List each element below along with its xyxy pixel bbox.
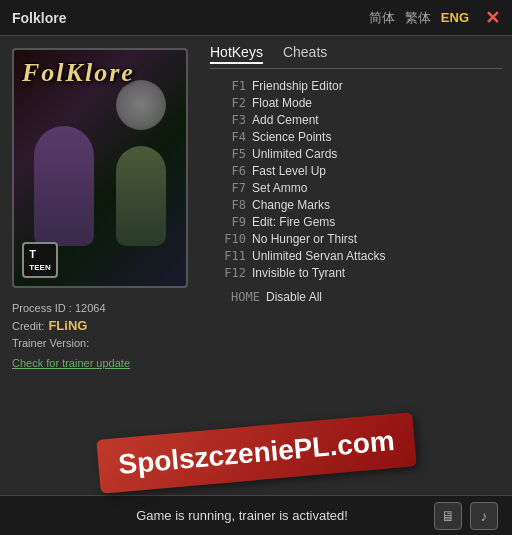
hotkey-row: F3Add Cement [210, 113, 502, 127]
check-update-link[interactable]: Check for trainer update [12, 357, 130, 369]
hotkey-key-f2: F2 [210, 96, 246, 110]
hotkey-key-f12: F12 [210, 266, 246, 280]
language-selector: 简体 繁体 ENG ✕ [369, 7, 500, 29]
hotkey-row: F7Set Ammo [210, 181, 502, 195]
process-info: Process ID : 12064 Credit: FLiNG Trainer… [12, 298, 188, 371]
hotkey-label-8: Edit: Fire Gems [252, 215, 335, 229]
process-id: Process ID : 12064 [12, 302, 188, 314]
hotkey-row: F10No Hunger or Thirst [210, 232, 502, 246]
hotkey-key-f7: F7 [210, 181, 246, 195]
hotkey-row: F1Friendship Editor [210, 79, 502, 93]
hotkey-label-7: Change Marks [252, 198, 330, 212]
credit-name: FLiNG [48, 318, 87, 333]
left-panel: FolKlore TTEEN Process ID : 12064 Credit… [0, 36, 200, 495]
hotkey-label-1: Float Mode [252, 96, 312, 110]
rating-box: TTEEN [22, 242, 58, 278]
figure2-decor [116, 146, 166, 246]
home-label: Disable All [266, 290, 322, 304]
game-title-image: FolKlore [22, 58, 135, 88]
status-text: Game is running, trainer is activated! [50, 508, 434, 523]
hotkey-key-f4: F4 [210, 130, 246, 144]
right-panel: HotKeys Cheats F1Friendship EditorF2Floa… [200, 36, 512, 495]
tabs-container: HotKeys Cheats [210, 44, 502, 69]
home-row: HOME Disable All [210, 290, 502, 304]
hotkey-row: F12Invisible to Tyrant [210, 266, 502, 280]
credit-label: Credit: [12, 320, 44, 332]
status-bar: Game is running, trainer is activated! 🖥… [0, 495, 512, 535]
hotkey-row: F11Unlimited Servan Attacks [210, 249, 502, 263]
hotkey-row: F6Fast Level Up [210, 164, 502, 178]
home-key: HOME [210, 290, 260, 304]
hotkey-label-3: Science Points [252, 130, 331, 144]
hotkey-key-f3: F3 [210, 113, 246, 127]
hotkey-row: F8Change Marks [210, 198, 502, 212]
hotkey-key-f9: F9 [210, 215, 246, 229]
music-icon[interactable]: ♪ [470, 502, 498, 530]
tab-hotkeys[interactable]: HotKeys [210, 44, 263, 64]
hotkey-list: F1Friendship EditorF2Float ModeF3Add Cem… [210, 79, 502, 280]
status-icons: 🖥 ♪ [434, 502, 498, 530]
monitor-icon[interactable]: 🖥 [434, 502, 462, 530]
hotkey-label-5: Fast Level Up [252, 164, 326, 178]
hotkey-label-6: Set Ammo [252, 181, 307, 195]
lang-traditional[interactable]: 繁体 [405, 9, 431, 27]
hotkey-row: F5Unlimited Cards [210, 147, 502, 161]
main-content: FolKlore TTEEN Process ID : 12064 Credit… [0, 36, 512, 495]
hotkey-label-10: Unlimited Servan Attacks [252, 249, 385, 263]
rating-label: TTEEN [29, 248, 50, 272]
hotkey-key-f6: F6 [210, 164, 246, 178]
close-button[interactable]: ✕ [485, 7, 500, 29]
trainer-version: Trainer Version: [12, 337, 188, 349]
hotkey-row: F9Edit: Fire Gems [210, 215, 502, 229]
hotkey-row: F4Science Points [210, 130, 502, 144]
tab-cheats[interactable]: Cheats [283, 44, 327, 64]
title-bar: Folklore 简体 繁体 ENG ✕ [0, 0, 512, 36]
hotkey-label-2: Add Cement [252, 113, 319, 127]
figure1-decor [34, 126, 94, 246]
app-title: Folklore [12, 10, 66, 26]
hotkey-key-f8: F8 [210, 198, 246, 212]
lang-simplified[interactable]: 简体 [369, 9, 395, 27]
hotkey-row: F2Float Mode [210, 96, 502, 110]
hotkey-key-f10: F10 [210, 232, 246, 246]
hotkey-key-f1: F1 [210, 79, 246, 93]
game-cover-image: FolKlore TTEEN [12, 48, 188, 288]
lang-english[interactable]: ENG [441, 10, 469, 25]
hotkey-label-9: No Hunger or Thirst [252, 232, 357, 246]
hotkey-label-0: Friendship Editor [252, 79, 343, 93]
hotkey-key-f5: F5 [210, 147, 246, 161]
hotkey-label-4: Unlimited Cards [252, 147, 337, 161]
hotkey-label-11: Invisible to Tyrant [252, 266, 345, 280]
credit-line: Credit: FLiNG [12, 318, 188, 333]
hotkey-key-f11: F11 [210, 249, 246, 263]
